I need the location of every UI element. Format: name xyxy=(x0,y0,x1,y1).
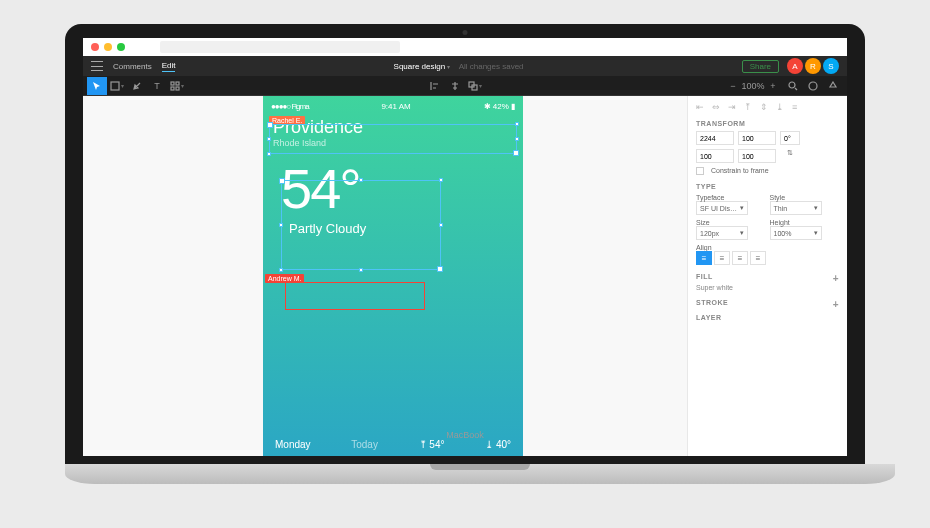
share-button[interactable]: Share xyxy=(742,60,779,73)
zoom-value[interactable]: 100% xyxy=(743,77,763,95)
frame-tool[interactable]: ▾ xyxy=(107,77,127,95)
canvas[interactable]: ●●●●○ Figma 9:41 AM ✱ 42% ▮ Rachel E. xyxy=(83,96,687,456)
temp-lo: ⤓ 40° xyxy=(485,439,511,450)
grid-tool[interactable]: ▾ xyxy=(167,77,187,95)
section-stroke: STROKE+ xyxy=(696,299,839,306)
typeface-select[interactable]: SF UI Dis…▾ xyxy=(696,201,748,215)
present-icon[interactable] xyxy=(823,77,843,95)
forecast-row: Monday Today ⤒ 54° ⤓ 40° xyxy=(263,439,523,450)
zoom-out-icon[interactable]: − xyxy=(723,77,743,95)
svg-point-7 xyxy=(789,82,795,88)
clock: 9:41 AM xyxy=(381,102,410,111)
state-name[interactable]: Rhode Island xyxy=(273,138,513,148)
avatar[interactable]: A xyxy=(787,58,803,74)
text-align-center[interactable]: ≡ xyxy=(714,251,730,265)
h-input[interactable] xyxy=(738,149,776,163)
constrain-label: Constrain to frame xyxy=(711,167,769,175)
align-vcenter-icon[interactable]: ⇕ xyxy=(760,102,768,112)
text-align-right[interactable]: ≡ xyxy=(732,251,748,265)
align-left-icon[interactable]: ⇤ xyxy=(696,102,704,112)
svg-rect-3 xyxy=(171,87,174,90)
link-dims-icon[interactable]: ⇅ xyxy=(780,149,800,163)
file-title[interactable]: Square design xyxy=(394,62,446,71)
align-center-icon[interactable] xyxy=(445,77,465,95)
align-left-icon[interactable] xyxy=(425,77,445,95)
avatar[interactable]: R xyxy=(805,58,821,74)
svg-rect-2 xyxy=(176,82,179,85)
save-status: All changes saved xyxy=(459,62,524,71)
align-right-icon[interactable]: ⇥ xyxy=(728,102,736,112)
temp-hi: ⤒ 54° xyxy=(419,439,445,450)
svg-rect-4 xyxy=(176,87,179,90)
selection-andrew xyxy=(285,282,425,310)
today-label: Today xyxy=(351,439,378,450)
day-label: Monday xyxy=(275,439,311,450)
section-fill: FILL+ xyxy=(696,273,839,280)
rotation-input[interactable] xyxy=(780,131,800,145)
tab-edit[interactable]: Edit xyxy=(162,61,176,72)
style-select[interactable]: Thin▾ xyxy=(770,201,822,215)
text-align-justify[interactable]: ≡ xyxy=(750,251,766,265)
camera-dot xyxy=(463,30,468,35)
artboard-weather[interactable]: ●●●●○ Figma 9:41 AM ✱ 42% ▮ Rachel E. xyxy=(263,96,523,456)
app-header: Comments Edit Square design ▾ All change… xyxy=(83,56,847,76)
x-input[interactable] xyxy=(696,131,734,145)
laptop-base xyxy=(65,464,895,484)
size-select[interactable]: 120px▾ xyxy=(696,226,748,240)
lineheight-select[interactable]: 100%▾ xyxy=(770,226,822,240)
laptop-brand: MacBook xyxy=(446,430,484,440)
address-bar[interactable] xyxy=(160,41,400,53)
add-stroke-button[interactable]: + xyxy=(833,299,839,310)
section-layer: LAYER xyxy=(696,314,839,321)
status-bar: ●●●●○ Figma 9:41 AM ✱ 42% ▮ xyxy=(263,96,523,113)
tab-comments[interactable]: Comments xyxy=(113,62,152,71)
fill-value[interactable]: Super white xyxy=(696,284,839,291)
minimize-icon[interactable] xyxy=(104,43,112,51)
svg-rect-1 xyxy=(171,82,174,85)
pen-tool[interactable] xyxy=(127,77,147,95)
constrain-checkbox[interactable] xyxy=(696,167,704,175)
align-bottom-icon[interactable]: ⤓ xyxy=(776,102,784,112)
properties-panel: ⇤ ⇔ ⇥ ⤒ ⇕ ⤓ ≡ TRANSFORM xyxy=(687,96,847,456)
toolbar: ▾ T ▾ ▾ − 100% + xyxy=(83,76,847,96)
zoom-in-icon[interactable]: + xyxy=(763,77,783,95)
menu-icon[interactable] xyxy=(91,61,103,71)
svg-point-8 xyxy=(809,82,817,90)
carrier: ●●●●○ Figma xyxy=(271,102,309,111)
text-tool[interactable]: T xyxy=(147,77,167,95)
w-input[interactable] xyxy=(696,149,734,163)
close-icon[interactable] xyxy=(91,43,99,51)
text-align-left[interactable]: ≡ xyxy=(696,251,712,265)
boolean-tool[interactable]: ▾ xyxy=(465,77,485,95)
distribute-icon[interactable]: ≡ xyxy=(792,102,797,112)
move-tool[interactable] xyxy=(87,77,107,95)
section-transform: TRANSFORM xyxy=(696,120,839,127)
window-chrome xyxy=(83,38,847,56)
avatar[interactable]: S xyxy=(823,58,839,74)
search-icon[interactable] xyxy=(783,77,803,95)
svg-rect-0 xyxy=(111,82,119,90)
maximize-icon[interactable] xyxy=(117,43,125,51)
help-icon[interactable] xyxy=(803,77,823,95)
align-hcenter-icon[interactable]: ⇔ xyxy=(712,102,720,112)
align-top-icon[interactable]: ⤒ xyxy=(744,102,752,112)
section-type: TYPE xyxy=(696,183,839,190)
add-fill-button[interactable]: + xyxy=(833,273,839,284)
battery: ✱ 42% ▮ xyxy=(484,102,515,111)
y-input[interactable] xyxy=(738,131,776,145)
